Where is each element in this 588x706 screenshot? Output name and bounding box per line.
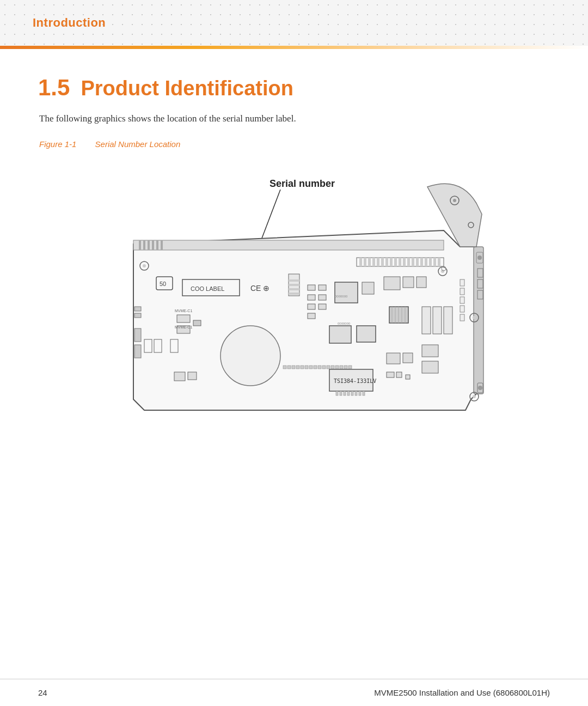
svg-point-11 [453,199,456,202]
svg-rect-83 [308,285,315,290]
svg-rect-134 [289,293,299,295]
svg-point-136 [478,386,482,390]
svg-rect-115 [348,366,352,369]
svg-rect-7 [156,240,158,250]
figure-title: Serial Number Location [95,139,181,149]
svg-rect-2 [133,240,444,250]
chapter-title: Introduction [33,16,106,29]
document-title: MVME2500 Installation and Use (6806800L0… [374,688,550,697]
svg-point-27 [220,326,280,386]
svg-rect-5 [148,240,150,250]
svg-rect-21 [134,313,141,318]
svg-rect-102 [292,366,295,369]
page-header: Introduction [0,0,588,49]
svg-rect-62 [384,277,400,290]
pcb-svg: Serial number [90,160,498,427]
svg-rect-116 [387,353,400,364]
svg-rect-50 [429,258,432,266]
svg-rect-123 [396,372,402,378]
svg-rect-45 [407,258,410,266]
diagram-container: Serial number [38,160,550,421]
svg-rect-28 [177,315,190,322]
svg-rect-110 [327,366,330,369]
svg-rect-6 [152,240,154,250]
svg-rect-133 [289,288,299,290]
svg-rect-70 [335,282,358,303]
svg-rect-47 [416,258,419,266]
svg-rect-100 [283,366,286,369]
svg-rect-113 [340,366,343,369]
svg-rect-37 [372,258,375,266]
svg-rect-104 [301,366,304,369]
svg-text:0000000: 0000000 [335,295,348,298]
svg-rect-43 [399,258,401,266]
svg-rect-85 [308,295,315,300]
svg-rect-92 [336,391,338,395]
svg-rect-108 [318,366,321,369]
svg-rect-68 [460,306,464,312]
svg-rect-114 [344,366,347,369]
svg-text:MVME-C1: MVME-C1 [175,309,192,313]
svg-rect-132 [289,284,299,286]
svg-rect-4 [143,240,145,250]
svg-rect-109 [322,366,326,369]
svg-text:TSI384-I33ILV: TSI384-I33ILV [334,378,376,384]
svg-rect-71 [362,282,374,294]
svg-rect-103 [296,366,299,369]
svg-rect-107 [314,366,317,369]
svg-rect-125 [174,372,185,381]
svg-rect-52 [438,258,440,266]
svg-rect-117 [403,353,413,363]
pcb-diagram: Serial number [90,160,498,421]
page-footer: 24 MVME2500 Installation and Use (680680… [0,679,588,706]
svg-rect-66 [460,288,464,295]
svg-rect-82 [357,326,376,342]
header-title-area: Introduction [33,16,106,30]
svg-point-61 [473,316,476,319]
svg-text:50: 50 [160,281,166,287]
svg-rect-131 [289,279,299,282]
section-title: Product Identification [81,77,293,100]
svg-rect-40 [385,258,388,266]
svg-rect-96 [351,391,353,395]
figure-number: Figure 1-1 [39,139,76,149]
svg-rect-23 [134,345,141,358]
svg-rect-48 [420,258,423,266]
svg-rect-41 [390,258,393,266]
svg-rect-67 [460,297,464,303]
svg-rect-38 [377,258,379,266]
svg-rect-49 [425,258,427,266]
svg-rect-94 [344,391,346,395]
svg-rect-22 [134,328,141,342]
page-number: 24 [38,688,47,697]
svg-rect-105 [305,366,308,369]
svg-rect-122 [387,372,394,378]
svg-rect-111 [331,366,334,369]
svg-rect-87 [308,304,315,309]
section-description: The following graphics shows the locatio… [39,113,550,124]
svg-text:CE ⊕: CE ⊕ [250,284,270,293]
main-content: 1.5 Product Identification The following… [0,49,588,465]
svg-rect-30 [193,320,201,326]
svg-rect-89 [308,313,315,319]
svg-rect-69 [460,314,464,321]
svg-rect-20 [134,307,141,311]
svg-rect-126 [188,372,197,380]
svg-text:0000000: 0000000 [338,322,351,325]
svg-rect-42 [394,258,397,266]
svg-rect-86 [318,295,326,300]
svg-rect-3 [139,240,141,250]
svg-rect-64 [416,277,426,288]
svg-rect-8 [161,240,163,250]
svg-rect-44 [403,258,406,266]
svg-rect-36 [368,258,371,266]
svg-rect-51 [433,258,436,266]
svg-rect-98 [359,391,361,395]
svg-rect-84 [318,285,326,290]
svg-text:MVME-C1: MVME-C1 [175,325,192,329]
svg-point-14 [143,264,146,267]
svg-rect-97 [355,391,357,395]
svg-point-56 [477,255,482,260]
figure-caption: Figure 1-1 Serial Number Location [39,139,550,149]
svg-rect-35 [364,258,366,266]
